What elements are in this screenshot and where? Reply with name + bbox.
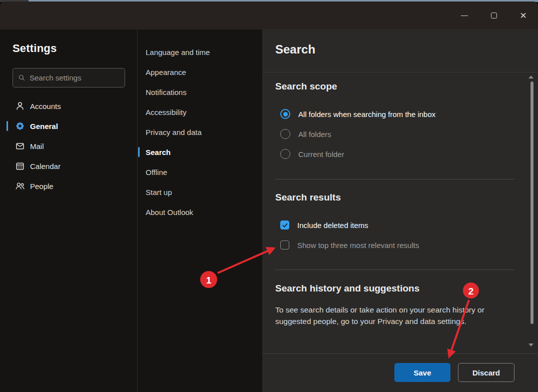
minimize-icon [461,16,468,16]
sidebar-item-label: Calendar [30,162,61,170]
search-results-heading: Search results [275,192,341,203]
radio-all-folders-inbox[interactable]: All folders when searching from the inbo… [280,104,435,124]
close-button[interactable]: ✕ [508,2,538,30]
sidebar-item-people[interactable]: People [0,176,138,196]
nav-item-start-up[interactable]: Start up [138,182,262,202]
sidebar-item-general[interactable]: General [0,116,138,136]
settings-search-input[interactable] [30,74,120,82]
section-divider [275,179,514,180]
checkbox-label: Show top three most relevant results [297,241,419,250]
sidebar-category-list: Accounts General [0,96,138,196]
calendar-icon [15,161,25,171]
radio-label: Current folder [298,150,344,158]
nav-item-offline[interactable]: Offline [138,162,262,182]
nav-item-about-outlook[interactable]: About Outlook [138,202,262,222]
nav-item-label: Accessibility [146,108,187,116]
radio-unselected-icon[interactable] [280,129,290,139]
checkbox-show-top-three[interactable]: Show top three most relevant results [280,235,419,255]
nav-item-label: Appearance [146,68,186,76]
people-icon [15,181,25,191]
general-subnav: Language and time Appearance Notificatio… [138,30,262,392]
maximize-button[interactable] [479,2,508,30]
radio-selected-icon[interactable] [280,109,290,119]
sidebar-item-mail[interactable]: Mail [0,136,138,156]
checkbox-checked-icon[interactable] [280,220,289,230]
nav-item-label: Search [146,148,171,156]
selected-indicator [138,147,140,157]
nav-item-notifications[interactable]: Notifications [138,82,262,102]
nav-item-accessibility[interactable]: Accessibility [138,102,262,122]
nav-item-label: Start up [146,188,172,196]
search-history-description: To see search details or take action on … [275,304,515,327]
settings-heading: Settings [13,42,57,55]
search-scope-heading: Search scope [275,81,337,92]
nav-item-search[interactable]: Search [138,142,262,162]
sidebar-item-label: Mail [30,142,44,150]
sidebar-item-accounts[interactable]: Accounts [0,96,138,116]
search-history-heading: Search history and suggestions [275,283,419,294]
scrollbar-down-arrow-icon[interactable] [528,344,533,346]
radio-label: All folders when searching from the inbo… [298,110,435,118]
settings-window: ✕ Settings [0,0,538,392]
close-icon: ✕ [519,12,526,20]
panel-scroll-area: Search scope All folders when searching … [262,73,538,354]
panel-title: Search [275,42,315,56]
panel-header: Search [262,30,538,72]
settings-sidebar: Settings Accounts [0,30,138,392]
outlook-settings-dialog: ✕ Settings [0,2,538,392]
radio-current-folder[interactable]: Current folder [280,144,344,164]
scrollbar-thumb[interactable] [530,82,533,324]
sidebar-item-label: General [30,122,58,130]
minimize-button[interactable] [449,2,479,30]
scrollbar-up-arrow-icon[interactable] [528,76,533,78]
search-icon [18,74,26,82]
nav-item-language-and-time[interactable]: Language and time [138,42,262,62]
nav-item-label: Offline [146,168,167,176]
search-settings-panel: Search Search scope All folders when sea… [262,30,538,392]
nav-item-label: About Outlook [146,208,193,216]
titlebar: ✕ [0,2,538,30]
checkbox-include-deleted-items[interactable]: Include deleted items [280,215,368,235]
nav-item-label: Notifications [146,88,187,96]
sidebar-item-label: Accounts [30,102,61,110]
gear-icon [15,121,25,131]
person-icon [15,101,25,111]
radio-unselected-icon[interactable] [280,149,290,159]
nav-item-privacy-and-data[interactable]: Privacy and data [138,122,262,142]
nav-item-label: Privacy and data [146,128,202,136]
sidebar-item-label: People [30,182,54,190]
nav-item-appearance[interactable]: Appearance [138,62,262,82]
nav-item-label: Language and time [146,48,210,56]
save-button[interactable]: Save [394,363,450,382]
discard-button[interactable]: Discard [458,363,514,382]
section-divider [275,270,514,270]
sidebar-item-calendar[interactable]: Calendar [0,156,138,176]
subnav-list: Language and time Appearance Notificatio… [138,42,262,222]
maximize-icon [491,12,497,18]
settings-search-box[interactable] [13,68,125,88]
panel-footer: Save Discard [262,354,538,392]
selected-indicator [7,121,8,131]
mail-icon [15,141,25,151]
checkbox-unchecked-icon[interactable] [280,240,289,250]
checkbox-label: Include deleted items [297,221,368,230]
radio-all-folders[interactable]: All folders [280,124,331,144]
radio-label: All folders [298,130,331,138]
